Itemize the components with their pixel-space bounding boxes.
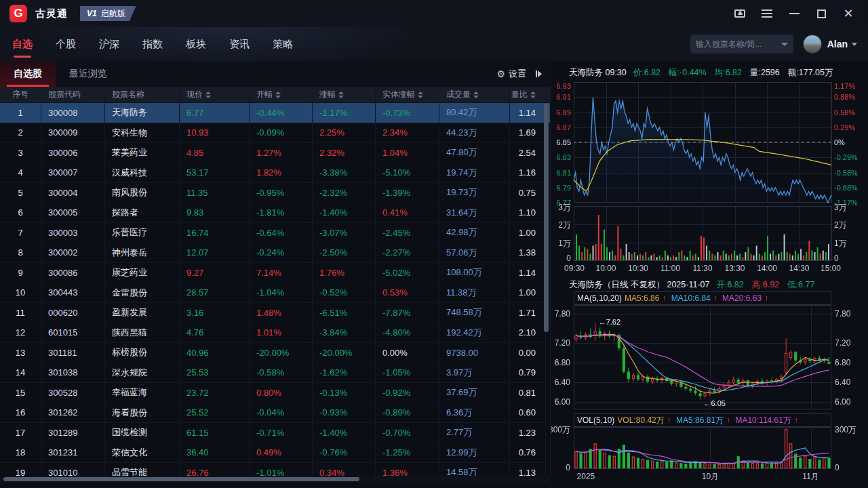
window-controls: ✕	[734, 7, 854, 20]
cell: 0.76	[510, 443, 546, 463]
cell: 5	[0, 183, 41, 203]
table-row[interactable]: 2300009安科生物10.93-0.09%2.25%2.34%44.23万1.…	[0, 123, 550, 144]
cell: 1.38	[510, 243, 546, 263]
cell: -7.87%	[376, 303, 439, 323]
cell: 17	[0, 423, 41, 443]
table-row[interactable]: 3300006莱美药业4.851.27%2.32%1.04%47.80万2.54	[0, 143, 550, 163]
intraday-chart-canvas[interactable]	[551, 79, 868, 276]
cell: 3.97万	[439, 363, 510, 383]
cell: -0.76%	[313, 443, 376, 463]
nav-tabs: 自选个股沪深指数板块资讯策略	[12, 33, 293, 56]
quote-field: 额:177.05万	[788, 67, 833, 79]
daily-chart-canvas[interactable]	[551, 291, 868, 488]
cell: -1.39%	[376, 183, 439, 203]
cell: 47.80万	[439, 143, 510, 163]
sort-icon	[473, 92, 479, 98]
table-row[interactable]: 16301262海看股份25.52-0.04%-0.93%-0.89%6.36万…	[0, 403, 550, 424]
horizontal-scrollbar[interactable]	[0, 476, 551, 483]
cell: 6.77	[180, 103, 250, 123]
nav-tab-指数[interactable]: 指数	[142, 33, 163, 56]
cell: 4.85	[180, 143, 250, 163]
nav-tab-自选[interactable]: 自选	[12, 33, 33, 56]
menu-icon[interactable]	[761, 7, 773, 20]
nav-tab-沪深[interactable]: 沪深	[99, 33, 119, 56]
cell: 192.42万	[439, 323, 510, 343]
collapse-panel-icon[interactable]	[536, 70, 542, 77]
table-row[interactable]: 17301289国缆检测61.15-0.71%-1.40%-0.70%2.77万…	[0, 423, 550, 443]
cell: 0.49%	[250, 443, 313, 463]
cell: 1.82%	[250, 163, 313, 183]
cell: 16	[0, 403, 41, 423]
cell: -5.02%	[376, 263, 439, 283]
table-row[interactable]: 6300005探路者9.83-1.81%-1.40%0.41%31.64万1.1…	[0, 203, 550, 224]
cell: 2.34%	[376, 123, 439, 143]
cell: 2	[0, 123, 41, 143]
nav-tab-板块[interactable]: 板块	[186, 33, 206, 56]
cell: 13	[0, 343, 41, 363]
cell: 7.14%	[250, 263, 313, 283]
watchlist-tab-自选股[interactable]: 自选股	[0, 61, 56, 87]
table-row[interactable]: 15300528幸福蓝海23.720.80%-0.13%-0.92%37.69万…	[0, 383, 550, 403]
column-header-开幅[interactable]: 开幅	[250, 87, 313, 102]
table-row[interactable]: 5300004南风股份11.35-0.95%-2.32%-1.39%19.73万…	[0, 183, 550, 203]
quote-field: 高:6.92	[752, 279, 779, 291]
cell: -0.24%	[250, 243, 313, 263]
cell: 金雷股份	[105, 283, 180, 303]
cell: -2.45%	[376, 223, 439, 243]
cell: 0.41%	[376, 203, 439, 223]
cell: -0.04%	[250, 403, 313, 423]
minimize-button[interactable]	[788, 7, 800, 20]
table-row[interactable]: 11000620盈新发展3.161.48%-6.51%-7.87%748.58万…	[0, 303, 550, 323]
table-row[interactable]: 1300008天海防务6.77-0.44%-1.17%-0.73%80.42万1…	[0, 103, 550, 123]
nav-tab-资讯[interactable]: 资讯	[229, 33, 250, 56]
cell: 乐普医疗	[105, 223, 180, 243]
cell: 300005	[41, 203, 105, 223]
cell: 莱美药业	[105, 143, 180, 163]
close-button[interactable]: ✕	[842, 7, 854, 20]
cell: -0.44%	[250, 103, 313, 123]
cell: 1.00	[510, 223, 546, 243]
table-row[interactable]: 14301038深水规院25.53-0.58%-1.62%-1.05%3.97万…	[0, 363, 550, 384]
stock-search-box[interactable]	[690, 35, 793, 54]
column-header-现价[interactable]: 现价	[180, 87, 250, 102]
table-row[interactable]: 18301231荣信文化36.400.49%-0.76%-1.25%12.99万…	[0, 443, 550, 464]
chevron-down-icon[interactable]	[781, 43, 788, 46]
cell: 300443	[41, 283, 105, 303]
table-row[interactable]: 12601015陕西黑猫4.761.01%-3.84%-4.80%192.42万…	[0, 323, 550, 344]
avatar[interactable]	[803, 35, 822, 54]
column-header-实体涨幅[interactable]: 实体涨幅	[376, 87, 439, 102]
cell: 1.76%	[313, 263, 376, 283]
search-input[interactable]	[696, 39, 777, 49]
column-header-涨幅[interactable]: 涨幅	[313, 87, 376, 102]
table-row[interactable]: 13301181标榜股份40.96-20.00%-20.00%0.00%9738…	[0, 343, 550, 363]
column-header-量比[interactable]: 量比	[510, 87, 546, 102]
settings-button[interactable]: ⚙ 设置	[496, 68, 526, 80]
cell: 2.54	[510, 143, 546, 163]
cell: 神州泰岳	[105, 243, 180, 263]
table-row[interactable]: 4300007汉威科技53.171.82%-3.38%-5.10%19.74万1…	[0, 163, 550, 184]
watchlist-tab-最近浏览[interactable]: 最近浏览	[56, 61, 121, 87]
vertical-scrollbar[interactable]	[544, 103, 549, 483]
cell: 1.16	[510, 163, 546, 183]
cell: 301231	[41, 443, 105, 463]
nav-tab-策略[interactable]: 策略	[273, 33, 293, 56]
cell: 25.53	[180, 363, 250, 383]
user-name[interactable]: Alan	[827, 39, 848, 49]
cell: 12.99万	[439, 443, 510, 463]
table-row[interactable]: 9300086康芝药业9.277.14%1.76%-5.02%108.00万1.…	[0, 263, 550, 283]
cell: 海看股份	[105, 403, 180, 423]
intraday-header: 天海防务 09:30 价:6.82幅:-0.44%均:6.82量:2596额:1…	[551, 65, 868, 80]
column-header-成交量[interactable]: 成交量	[439, 87, 510, 102]
cell: 陕西黑猫	[105, 323, 180, 343]
maximize-button[interactable]	[815, 7, 827, 20]
cell: 标榜股份	[105, 343, 180, 363]
table-row[interactable]: 8300002神州泰岳12.07-0.24%-2.50%-2.27%57.06万…	[0, 243, 550, 264]
cell: 深水规院	[105, 363, 180, 383]
nav-tab-个股[interactable]: 个股	[56, 33, 76, 56]
cell: 3	[0, 143, 41, 163]
logo-glyph: G	[14, 7, 22, 20]
screen-share-icon[interactable]	[734, 7, 746, 20]
user-chevron-down-icon[interactable]	[852, 43, 857, 46]
table-row[interactable]: 10300443金雷股份28.57-1.04%-0.52%0.53%11.38万…	[0, 283, 550, 304]
table-row[interactable]: 7300003乐普医疗16.74-0.64%-3.07%-2.45%42.98万…	[0, 223, 550, 243]
